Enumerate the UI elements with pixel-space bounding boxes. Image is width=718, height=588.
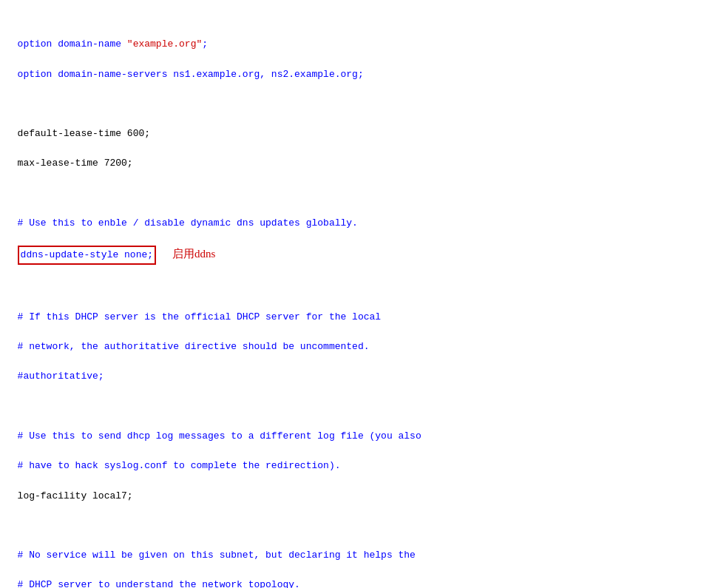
line-authoritative: #authoritative; (18, 371, 104, 382)
line-comment-ddns: # Use this to enble / disable dynamic dn… (18, 217, 358, 229)
line-log-facility: log-facility local7; (18, 490, 133, 501)
code-editor: option domain-name "example.org"; option… (6, 7, 712, 588)
line-comment-log1: # Use this to send dhcp log messages to … (18, 430, 421, 442)
line-option-domain: option domain-name "example.org"; (18, 38, 208, 50)
line-ddns-update: ddns-update-style none;启用ddns (18, 249, 216, 260)
line-comment-subnet2: # DHCP server to understand the network … (18, 579, 300, 588)
line-max-lease: max-lease-time 7200; (18, 158, 133, 169)
line-comment-log2: # have to hack syslog.conf to complete t… (18, 460, 341, 471)
annotation-ddns: 启用ddns (172, 248, 215, 260)
line-comment-subnet1: # No service will be given on this subne… (18, 550, 416, 561)
line-default-lease: default-lease-time 600; (18, 128, 150, 139)
line-domain-servers: option domain-name-servers ns1.example.o… (18, 69, 364, 80)
line-comment-official: # If this DHCP server is the official DH… (18, 311, 381, 322)
line-comment-authoritative: # network, the authoritative directive s… (18, 341, 370, 352)
